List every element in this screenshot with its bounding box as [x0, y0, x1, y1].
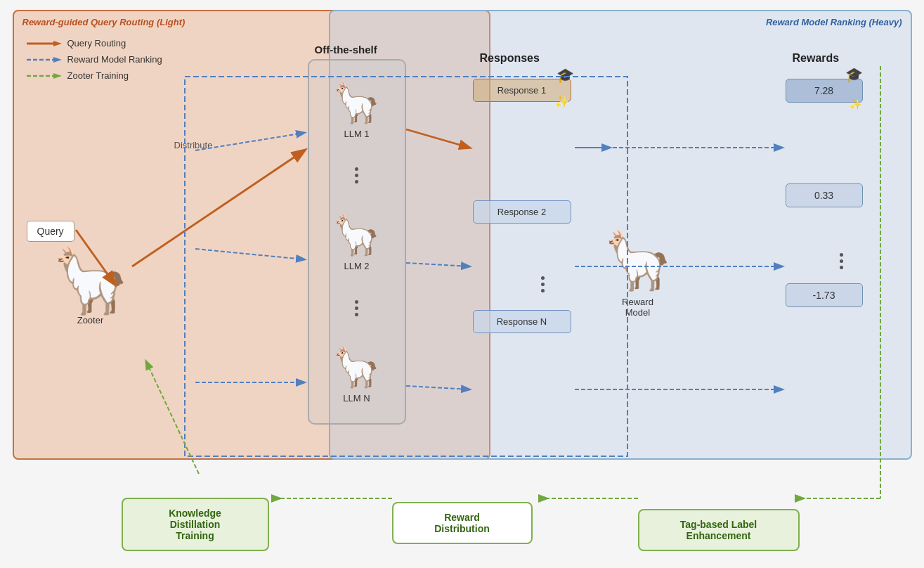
dashed-blue-arrow-icon: [27, 55, 62, 65]
llm-2-label: LLM 2: [344, 261, 369, 271]
reward-model-section: 🦙 Reward Model: [603, 228, 673, 318]
left-region-label: Reward-guided Query Routing (Light): [22, 17, 186, 27]
dashed-green-arrow-icon: [27, 71, 62, 81]
llm-2-item: 🦙 LLM 2: [332, 212, 381, 271]
response-2-box: Response 2: [473, 200, 571, 224]
responses-section: Responses Response 1 🎓 ✨ Response 2 Resp…: [473, 52, 571, 340]
reward-1-box: 7.28 🎓 ✨: [786, 79, 863, 103]
tag-based-label-box: Tag-based Label Enhancement: [638, 509, 800, 551]
response-n-box: Response N: [473, 310, 571, 333]
solid-brown-arrow-icon: [27, 39, 62, 49]
legend-item-ranking: Reward Model Ranking: [27, 54, 162, 65]
rewards-section: Rewards 7.28 🎓 ✨ 0.33 -1.73: [786, 52, 863, 314]
reward-2-row: 0.33: [786, 183, 863, 207]
reward-n-box: -1.73: [786, 283, 863, 307]
legend-item-training: Zooter Training: [27, 70, 162, 81]
knowledge-distillation-box: Knowledge Distillation Training: [122, 498, 269, 551]
llm-dots-1: [355, 164, 358, 187]
response-n-row: Response N: [473, 310, 571, 340]
svg-marker-5: [53, 73, 62, 79]
reward-distribution-box: Reward Distribution: [392, 502, 533, 544]
distribute-label: Distribute: [174, 140, 213, 150]
response-1-box: Response 1 🎓 ✨: [473, 79, 571, 102]
response-1-row: Response 1 🎓 ✨: [473, 79, 571, 109]
svg-marker-3: [53, 57, 62, 63]
query-box: Query: [27, 221, 74, 242]
legend: Query Routing Reward Model Ranking Zoote…: [27, 38, 162, 81]
response-2-row: Response 2: [473, 200, 571, 231]
llm-n-label: LLM N: [343, 393, 370, 404]
llm-1-item: 🦙 LLM 1: [332, 80, 381, 139]
zooter-alpaca: 🦙 Zooter: [51, 249, 130, 325]
reward-n-row: -1.73: [786, 283, 863, 307]
knowledge-distillation-label: Knowledge Distillation Training: [122, 498, 269, 551]
legend-training-label: Zooter Training: [67, 70, 129, 81]
rewards-title: Rewards: [793, 52, 863, 65]
reward-model-label: Reward Model: [603, 297, 673, 318]
reward-2-box: 0.33: [786, 183, 863, 207]
reward-1-row: 7.28 🎓 ✨: [786, 79, 863, 103]
reward-distribution-label: Reward Distribution: [392, 502, 533, 544]
zooter-label: Zooter: [51, 315, 130, 325]
svg-marker-1: [53, 41, 62, 46]
legend-ranking-label: Reward Model Ranking: [67, 54, 162, 65]
reward-dots: [821, 250, 863, 273]
responses-title: Responses: [480, 52, 571, 65]
llm-container: 🦙 LLM 1 🦙 LLM 2 🦙 LLM N: [308, 59, 406, 425]
tag-based-label-text: Tag-based Label Enhancement: [638, 509, 800, 551]
legend-routing-label: Query Routing: [67, 38, 126, 49]
offshelf-label: Off-the-shelf: [315, 44, 377, 56]
right-region-label: Reward Model Ranking (Heavy): [766, 17, 902, 27]
llm-n-item: 🦙 LLM N: [332, 344, 381, 404]
llm-1-label: LLM 1: [344, 129, 369, 139]
legend-item-routing: Query Routing: [27, 38, 162, 49]
llm-dots-2: [355, 297, 358, 320]
response-dots: [515, 273, 571, 296]
